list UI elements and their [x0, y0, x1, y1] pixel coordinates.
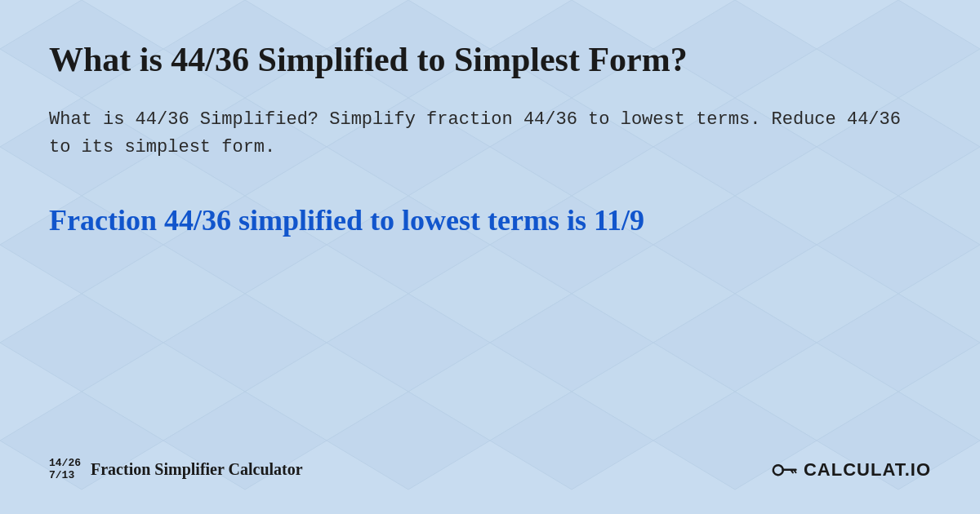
- footer-left: 14/26 7/13 Fraction Simplifier Calculato…: [49, 458, 303, 481]
- site-name: Fraction Simplifier Calculator: [91, 460, 303, 479]
- footer: 14/26 7/13 Fraction Simplifier Calculato…: [49, 445, 931, 481]
- footer-right[interactable]: CALCULAT.IO: [771, 459, 931, 481]
- fraction-stack: 14/26 7/13: [49, 458, 81, 481]
- fraction-top: 14/26: [49, 458, 81, 469]
- result-heading: Fraction 44/36 simplified to lowest term…: [49, 202, 931, 240]
- fraction-bottom: 7/13: [49, 470, 74, 481]
- page-title: What is 44/36 Simplified to Simplest For…: [49, 39, 931, 80]
- description-paragraph: What is 44/36 Simplified? Simplify fract…: [49, 106, 931, 162]
- key-icon: [771, 459, 797, 481]
- calculat-logo[interactable]: CALCULAT.IO: [804, 459, 931, 481]
